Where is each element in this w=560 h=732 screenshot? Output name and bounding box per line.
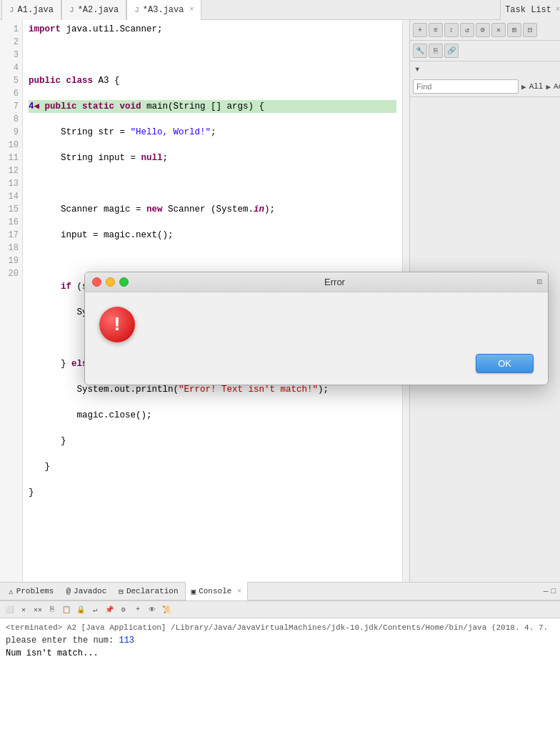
filter-arrow-icon[interactable]: ▶ — [546, 82, 551, 92]
bottom-tab-bar: ⚠ Problems @ Javadoc ⊟ Declaration ▣ Con… — [0, 582, 560, 600]
console-new-btn[interactable]: + — [131, 603, 144, 616]
settings-btn[interactable]: ⚙ — [476, 23, 490, 37]
dialog-message — [146, 307, 534, 310]
console-toolbar: ⬜ ✕ ✕✕ ⎘ 📋 🔒 ↵ 📌 ⚙ + 👁 📜 — [0, 601, 560, 618]
console-paste-btn[interactable]: 📋 — [60, 603, 73, 616]
console-history-btn[interactable]: 📜 — [160, 603, 173, 616]
dialog-minimize-btn[interactable] — [106, 277, 115, 287]
console-tab-close-icon[interactable]: × — [237, 588, 241, 595]
find-input[interactable] — [413, 79, 519, 94]
tab-declaration[interactable]: ⊟ Declaration — [113, 582, 184, 600]
console-terminated-line: <terminated> A2 [Java Application] /Libr… — [6, 621, 554, 634]
filter-ac-label: Ac — [554, 82, 560, 91]
filter-all-label[interactable]: All — [529, 82, 544, 91]
console-num-value: 113 — [119, 635, 134, 646]
minimize-console-icon[interactable]: — — [544, 587, 549, 595]
console-panel: ⬜ ✕ ✕✕ ⎘ 📋 🔒 ↵ 📌 ⚙ + 👁 📜 <terminated> A2… — [0, 600, 560, 732]
sort-btn[interactable]: ↕ — [444, 23, 459, 37]
console-scroll-lock-btn[interactable]: 🔒 — [74, 603, 87, 616]
copy-btn[interactable]: ⎘ — [429, 44, 443, 58]
console-prompt: please enter the num: — [6, 635, 119, 646]
console-view-btn[interactable]: 👁 — [146, 603, 159, 616]
dialog-titlebar: Error ⊡ — [85, 272, 548, 292]
editor-tab-bar: J A1.java J *A2.java J *A3.java × Task L… — [0, 0, 560, 20]
dialog-body: ! OK — [85, 292, 548, 385]
filter-btn[interactable]: ≡ — [429, 23, 443, 37]
problems-icon: ⚠ — [9, 587, 14, 596]
console-copy-btn[interactable]: ⎘ — [46, 603, 59, 616]
ok-button[interactable]: OK — [476, 354, 534, 373]
java-file-icon: J — [134, 6, 139, 14]
console-output-line2: Num isn't match... — [6, 647, 554, 660]
expand-btn[interactable]: ⊞ — [507, 23, 521, 37]
task-toolbar: + ≡ ↕ ↺ ⚙ ✕ ⊞ ⊟ — [410, 20, 560, 41]
error-dialog: Error ⊡ ! OK — [84, 272, 549, 385]
dialog-close-btn[interactable] — [92, 277, 101, 287]
delete-btn[interactable]: ✕ — [491, 23, 506, 37]
console-content: <terminated> A2 [Java Application] /Libr… — [0, 618, 560, 663]
java-file-icon: J — [69, 6, 74, 14]
collapse-btn[interactable]: ⊟ — [523, 23, 537, 37]
line-numbers: 12345 678910 1112131415 1617181920 — [0, 20, 23, 582]
maximize-console-icon[interactable]: □ — [551, 587, 556, 595]
console-pin-btn[interactable]: 📌 — [103, 603, 116, 616]
task-list-close-icon[interactable]: × — [556, 6, 560, 14]
traffic-lights — [92, 277, 129, 287]
new-task-btn[interactable]: + — [413, 23, 427, 37]
bottom-tab-controls: — □ — [544, 587, 560, 595]
error-exclamation: ! — [111, 314, 124, 336]
tab-a3-label: *A3.java — [143, 5, 184, 15]
tab-declaration-label: Declaration — [126, 587, 179, 595]
tab-a1-label: A1.java — [18, 5, 54, 15]
tab-a2-label: *A2.java — [78, 5, 119, 15]
tab-a1[interactable]: J A1.java — [1, 0, 61, 20]
tab-console-label: Console — [199, 587, 231, 595]
dialog-content-row: ! — [99, 307, 534, 342]
console-terminate-all-btn[interactable]: ✕✕ — [31, 603, 44, 616]
refresh-btn[interactable]: ↺ — [460, 23, 474, 37]
console-word-wrap-btn[interactable]: ↵ — [89, 603, 101, 616]
find-forward-icon[interactable]: ▶ — [521, 82, 526, 92]
link-btn[interactable]: 🔗 — [444, 44, 459, 58]
declaration-icon: ⊟ — [119, 587, 124, 596]
tab-a3[interactable]: J *A3.java × — [126, 0, 201, 20]
dialog-expand-icon[interactable]: ⊡ — [537, 277, 542, 287]
java-file-icon: J — [9, 6, 14, 14]
find-bar: ▶ All ▶ Ac — [410, 76, 560, 97]
console-settings-btn[interactable]: ⚙ — [117, 603, 130, 616]
tab-console[interactable]: ▣ Console × — [185, 582, 249, 600]
console-icon: ▣ — [191, 587, 196, 596]
console-stop-btn[interactable]: ⬜ — [3, 603, 16, 616]
task-list-tab-label[interactable]: Task List — [505, 5, 551, 15]
tab-problems-label: Problems — [16, 587, 54, 595]
console-output-line1: please enter the num: 113 — [6, 634, 554, 647]
chevron-down-icon[interactable]: ▾ — [410, 61, 560, 76]
tab-a2[interactable]: J *A2.java — [61, 0, 126, 20]
tab-javadoc[interactable]: @ Javadoc — [60, 582, 113, 600]
javadoc-icon: @ — [66, 587, 71, 595]
tab-problems[interactable]: ⚠ Problems — [3, 582, 60, 600]
console-terminate-btn[interactable]: ✕ — [17, 603, 30, 616]
tab-javadoc-label: Javadoc — [74, 587, 106, 595]
dialog-maximize-btn[interactable] — [119, 277, 129, 287]
dialog-footer: OK — [99, 354, 534, 373]
error-icon: ! — [99, 307, 135, 342]
tab-a3-close[interactable]: × — [189, 6, 194, 14]
wrench-btn[interactable]: 🔧 — [413, 44, 427, 58]
task-toolbar-2: 🔧 ⎘ 🔗 — [410, 41, 560, 61]
dialog-title: Error — [129, 277, 541, 287]
